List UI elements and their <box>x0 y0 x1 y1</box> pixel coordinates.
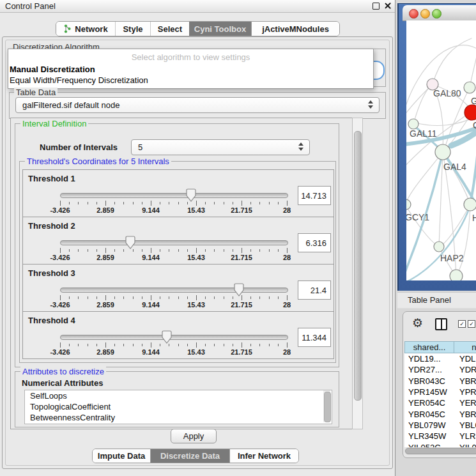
slider-track[interactable] <box>60 335 288 340</box>
combobox-spinner-icon[interactable] <box>298 142 303 151</box>
tab-style[interactable]: Style <box>116 22 151 36</box>
slider-scale: -3.4262.8599.14415.4321.71528 <box>60 254 287 261</box>
slider-scale-label: 9.144 <box>142 348 160 356</box>
tab-infer-network[interactable]: Infer Network <box>229 449 298 463</box>
tick-mark <box>88 202 88 204</box>
table-row[interactable]: YER054CYER0 <box>404 397 476 408</box>
numerical-attributes-list[interactable]: SelfLoopsTopologicalCoefficientBetweenne… <box>24 390 332 424</box>
slider-scale-label: -3.426 <box>50 206 70 214</box>
threshold-3-value-field[interactable]: 21.4 <box>298 280 331 300</box>
threshold-1-slider[interactable]: -3.4262.8599.14415.4321.71528 <box>60 188 287 213</box>
column-header-name[interactable]: na <box>454 341 476 353</box>
tick-mark <box>187 202 188 204</box>
zoom-traffic-light-icon[interactable] <box>432 9 441 19</box>
tick-mark <box>88 296 88 299</box>
network-window-titlebar <box>403 5 476 21</box>
minimize-traffic-light-icon[interactable] <box>420 9 430 19</box>
scrollbar-thumb[interactable] <box>354 131 362 401</box>
scrollbar-thumb[interactable] <box>405 448 476 454</box>
combobox-spinner-icon[interactable] <box>368 100 373 109</box>
threshold-4-value-field[interactable]: 11.344 <box>298 328 331 347</box>
threshold-2-slider[interactable]: -3.4262.8599.14415.4321.71528 <box>60 235 287 261</box>
slider-thumb[interactable] <box>162 330 172 344</box>
slider-scale-label: 15.43 <box>187 254 205 261</box>
tick-mark <box>69 344 70 346</box>
tab-label: Select <box>158 24 182 34</box>
cell-name: YBR0 <box>456 410 476 419</box>
table-horizontal-scrollbar[interactable] <box>404 447 476 455</box>
threshold-3-slider[interactable]: -3.4262.8599.14415.4321.71528 <box>60 282 287 308</box>
slider-scale-label: 15.43 <box>187 301 205 309</box>
tick-mark <box>224 296 224 299</box>
table-row[interactable]: YBR043CYBR0 <box>404 376 476 387</box>
tick-mark <box>233 344 233 346</box>
scrollbar-thumb[interactable] <box>324 392 331 422</box>
network-canvas[interactable]: GAL80GACGAL11GAL4GCY1HHAP2 <box>406 20 476 280</box>
slider-scale-label: 21.715 <box>231 254 252 261</box>
slider-scale-label: 2.859 <box>96 348 114 356</box>
dropdown-option-manual-discretization[interactable]: Manual Discretization <box>10 65 95 74</box>
table-row[interactable]: YDL19...YDL1 <box>404 353 476 364</box>
tick-mark <box>224 202 224 204</box>
table-row[interactable]: YBR045CYBR0 <box>404 408 476 419</box>
tick-mark <box>123 296 124 299</box>
number-of-intervals-combobox[interactable]: 5 <box>131 139 310 155</box>
table-row[interactable]: YBL079WYBL0 <box>404 420 476 431</box>
tick-mark <box>205 344 206 346</box>
close-traffic-light-icon[interactable] <box>409 9 418 19</box>
tab-cyni-toolbox[interactable]: Cyni Toolbox <box>189 22 251 36</box>
cell-shared-name: YDR27... <box>404 365 456 374</box>
tick-mark <box>78 249 79 252</box>
tick-mark <box>287 201 288 206</box>
attribute-item[interactable]: TopologicalCoefficient <box>25 401 332 412</box>
table-row[interactable]: YIL052CYIL0 <box>404 441 476 447</box>
slider-scale-label: 28 <box>283 348 291 356</box>
threshold-1-value-field[interactable]: 14.713 <box>298 186 331 205</box>
tick-mark <box>269 296 270 299</box>
settings-vertical-scrollbar[interactable] <box>352 118 363 429</box>
node-label: GAL4 <box>443 162 466 172</box>
threshold-2-value-field[interactable]: 6.316 <box>298 233 331 252</box>
table-panel-title: Table Panel <box>408 295 451 305</box>
attributes-list-scrollbar[interactable] <box>323 390 330 422</box>
table-row[interactable]: YPR145WYPR1 <box>404 387 476 397</box>
tick-mark <box>60 295 61 300</box>
slider-thumb[interactable] <box>125 236 135 249</box>
tab-impute-data[interactable]: Impute Data <box>93 449 151 463</box>
threshold-label: Threshold 2 <box>28 221 75 231</box>
slider-track[interactable] <box>60 288 288 293</box>
slider-thumb[interactable] <box>234 283 244 296</box>
attribute-item[interactable]: BetweennessCentrality <box>25 412 332 423</box>
tab-jactivemnodules[interactable]: jActiveMNodules <box>251 22 339 36</box>
table-data-title: Table Data <box>14 88 58 97</box>
attribute-item[interactable]: SelfLoops <box>25 390 332 401</box>
gear-icon[interactable]: ⚙ <box>412 317 423 329</box>
slider-thumb[interactable] <box>186 188 196 202</box>
apply-button[interactable]: Apply <box>171 429 217 443</box>
tab-select[interactable]: Select <box>151 22 189 36</box>
slider-track[interactable] <box>60 240 288 245</box>
close-icon[interactable] <box>384 2 391 9</box>
threshold-4-slider[interactable]: -3.4262.8599.14415.4321.71528 <box>60 330 287 355</box>
table-data-combobox[interactable]: galFiltered.sif default node <box>15 97 380 113</box>
tick-mark <box>96 249 97 252</box>
checkbox-icon[interactable]: ✓ <box>468 320 475 328</box>
dropdown-option-equal-width-frequency[interactable]: Equal Width/Frequency Discretization <box>10 75 148 85</box>
tab-network[interactable]: Network <box>56 22 116 36</box>
table-row[interactable]: YDR27...YDR2 <box>404 364 476 375</box>
algorithm-dropdown-popup: Select algorithm to view settings Manual… <box>8 49 374 89</box>
slider-track[interactable] <box>60 193 288 198</box>
threshold-label: Threshold 1 <box>28 174 75 183</box>
tab-discretize-data[interactable]: Discretize Data <box>151 449 229 463</box>
tick-mark <box>60 342 61 348</box>
tick-mark <box>187 249 188 252</box>
split-view-icon[interactable] <box>435 318 447 330</box>
table-row[interactable]: YLR345WYLR3 <box>404 431 476 441</box>
slider-scale-label: 28 <box>283 301 291 309</box>
column-header-shared-name[interactable]: shared... <box>404 341 454 353</box>
attributes-to-discretize-group: Attributes to discretize Numerical Attri… <box>15 371 339 427</box>
checkbox-icon[interactable]: ✓ <box>458 320 466 328</box>
slider-scale: -3.4262.8599.14415.4321.71528 <box>60 348 287 356</box>
tick-mark <box>96 202 97 204</box>
float-window-icon[interactable] <box>372 3 380 10</box>
